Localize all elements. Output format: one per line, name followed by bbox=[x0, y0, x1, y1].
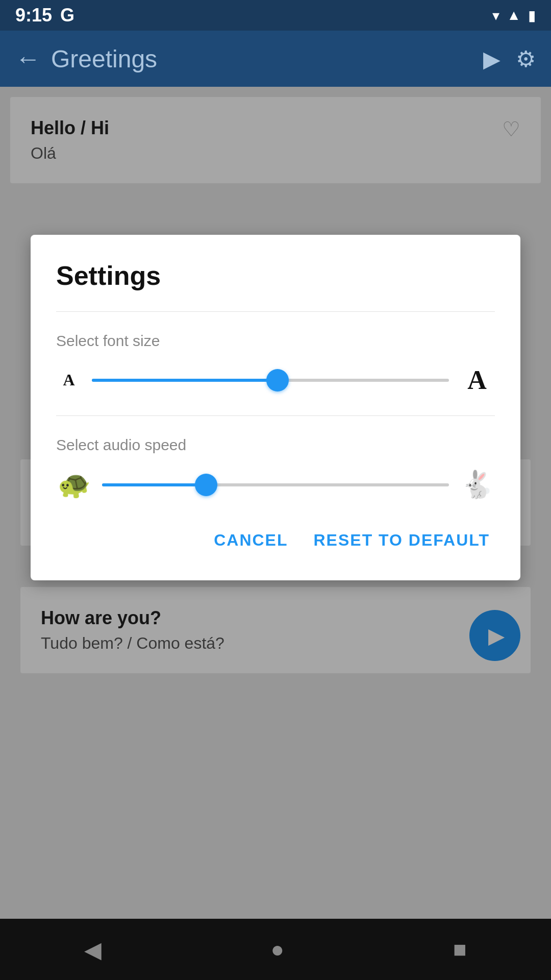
dialog-divider-mid bbox=[56, 415, 495, 416]
audio-speed-track bbox=[102, 483, 449, 486]
audio-speed-slider[interactable] bbox=[102, 475, 449, 495]
cancel-button[interactable]: CANCEL bbox=[209, 521, 293, 560]
rabbit-icon: 🐇 bbox=[459, 469, 495, 500]
nav-bar: ◀ ● ■ bbox=[0, 919, 551, 980]
nav-back-icon[interactable]: ◀ bbox=[84, 937, 102, 963]
settings-icon[interactable]: ⚙ bbox=[516, 46, 536, 72]
font-size-fill bbox=[92, 379, 278, 382]
settings-dialog: Settings Select font size A A Select aud… bbox=[31, 235, 520, 580]
audio-speed-fill bbox=[102, 483, 206, 486]
dialog-actions: CANCEL RESET TO DEFAULT bbox=[56, 521, 495, 560]
top-bar-icons: ▶ ⚙ bbox=[483, 46, 536, 72]
audio-speed-slider-row: 🐢 🐇 bbox=[56, 469, 495, 500]
turtle-icon: 🐢 bbox=[56, 469, 92, 500]
font-size-thumb[interactable] bbox=[266, 369, 289, 391]
audio-speed-label: Select audio speed bbox=[56, 436, 495, 454]
play-icon[interactable]: ▶ bbox=[483, 46, 500, 72]
status-right: ▾ ▲ ▮ bbox=[492, 7, 536, 24]
wifi-icon: ▾ bbox=[492, 7, 499, 24]
signal-icon: ▲ bbox=[507, 7, 521, 23]
status-time: 9:15 bbox=[15, 5, 52, 26]
font-size-small-icon: A bbox=[56, 371, 82, 389]
nav-home-icon[interactable]: ● bbox=[270, 937, 284, 962]
font-size-track bbox=[92, 379, 449, 382]
font-size-large-icon: A bbox=[459, 365, 495, 395]
nav-recent-icon[interactable]: ■ bbox=[453, 937, 467, 962]
status-bar: 9:15 G ▾ ▲ ▮ bbox=[0, 0, 551, 31]
reset-to-default-button[interactable]: RESET TO DEFAULT bbox=[309, 521, 495, 560]
status-left: 9:15 G bbox=[15, 5, 74, 26]
battery-icon: ▮ bbox=[528, 7, 536, 24]
font-size-slider-row: A A bbox=[56, 365, 495, 395]
top-bar: ← Greetings ▶ ⚙ bbox=[0, 31, 551, 87]
dialog-divider-top bbox=[56, 311, 495, 312]
font-size-slider[interactable] bbox=[92, 370, 449, 390]
back-button[interactable]: ← bbox=[15, 46, 41, 71]
audio-speed-thumb[interactable] bbox=[195, 474, 217, 496]
google-icon: G bbox=[60, 5, 74, 26]
font-size-label: Select font size bbox=[56, 332, 495, 350]
dialog-title: Settings bbox=[56, 260, 495, 291]
page-title: Greetings bbox=[51, 45, 483, 73]
